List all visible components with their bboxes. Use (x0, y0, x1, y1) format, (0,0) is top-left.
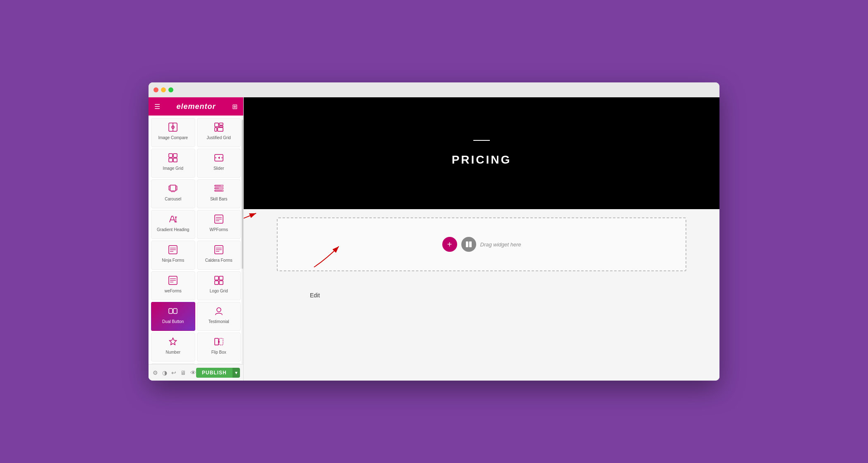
widget-item-weforms[interactable]: weForms (151, 271, 195, 300)
widget-grid: Image Compare Justified Grid (149, 116, 243, 364)
layers-icon[interactable]: ◑ (162, 369, 167, 376)
svg-rect-4 (219, 123, 223, 125)
widget-item-dual-button[interactable]: Dual Button (151, 302, 195, 331)
number-icon (168, 337, 177, 347)
widget-item-testimonial[interactable]: Testimonial (197, 302, 241, 331)
svg-rect-44 (219, 276, 223, 280)
pricing-divider (473, 140, 490, 141)
hamburger-icon[interactable]: ☰ (154, 103, 160, 111)
widget-label-ninja-forms: Ninja Forms (162, 258, 184, 263)
svg-rect-11 (173, 158, 177, 162)
drop-zone[interactable]: + Drag widget here (277, 217, 686, 271)
widget-item-flip-box[interactable]: Flip Box (197, 333, 241, 362)
image-grid-icon (168, 153, 177, 164)
drop-zone-area: + Drag widget here (244, 209, 719, 381)
testimonial-icon (214, 306, 223, 317)
svg-rect-8 (169, 154, 173, 157)
svg-rect-63 (469, 241, 472, 247)
widget-label-justified-grid: Justified Grid (207, 135, 231, 140)
widget-label-flip-box: Flip Box (211, 350, 226, 355)
svg-point-18 (171, 191, 172, 192)
svg-rect-5 (215, 128, 217, 131)
gradient-heading-icon (168, 215, 177, 225)
widget-label-weforms: weForms (165, 288, 182, 294)
ninja-forms-icon (168, 245, 177, 256)
flip-box-icon (214, 337, 223, 347)
sidebar-footer: ⚙ ◑ ↩ 🖥 👁 PUBLISH ▾ (149, 364, 243, 381)
widget-item-logo-grid[interactable]: Logo Grid (197, 271, 241, 300)
layout-button[interactable] (461, 237, 476, 252)
svg-rect-24 (215, 188, 219, 189)
widget-label-image-grid: Image Grid (163, 166, 183, 171)
widget-label-number: Number (165, 350, 180, 355)
publish-group: PUBLISH ▾ (196, 368, 240, 378)
scroll-indicator (242, 116, 243, 364)
widget-item-number[interactable]: Number (151, 333, 195, 362)
pricing-title: PRICING (452, 153, 512, 166)
carousel-icon (168, 184, 177, 194)
svg-point-20 (174, 191, 175, 192)
widget-label-caldera-forms: Caldera Forms (205, 258, 233, 263)
publish-dropdown-button[interactable]: ▾ (233, 368, 240, 378)
svg-rect-16 (169, 186, 170, 190)
grid-icon[interactable]: ⊞ (232, 103, 237, 111)
scroll-thumb (242, 120, 243, 269)
main-content: PRICING + Drag (244, 97, 719, 381)
widget-item-caldera-forms[interactable]: Caldera Forms (197, 241, 241, 270)
sidebar: ☰ elementor ⊞ Image Compare (149, 97, 244, 381)
preview-icon[interactable]: 👁 (190, 369, 196, 376)
widget-label-testimonial: Testimonial (209, 319, 229, 324)
widget-item-ninja-forms[interactable]: Ninja Forms (151, 241, 195, 270)
svg-rect-9 (173, 154, 177, 157)
close-dot[interactable] (153, 87, 158, 92)
drag-widget-label: Drag widget here (480, 241, 521, 248)
widget-item-skill-bars[interactable]: Skill Bars (197, 179, 241, 208)
svg-rect-26 (215, 190, 222, 191)
wpforms-icon (214, 215, 223, 225)
edit-label[interactable]: Edit (277, 292, 686, 299)
widget-item-gradient-heading[interactable]: Gradient Heading (151, 210, 195, 239)
widget-item-slider[interactable]: Slider (197, 149, 241, 178)
justified-grid-icon (214, 123, 223, 133)
svg-rect-10 (169, 158, 173, 162)
svg-point-19 (173, 191, 173, 192)
publish-button[interactable]: PUBLISH (196, 368, 233, 378)
settings-icon[interactable]: ⚙ (153, 369, 158, 376)
widget-label-gradient-heading: Gradient Heading (157, 227, 189, 232)
svg-rect-6 (218, 128, 223, 131)
browser-content: ☰ elementor ⊞ Image Compare (149, 97, 719, 381)
widget-label-logo-grid: Logo Grid (210, 288, 228, 294)
widget-item-image-compare[interactable]: Image Compare (151, 118, 195, 147)
annotation-arrows-2 (244, 205, 269, 238)
maximize-dot[interactable] (168, 87, 173, 92)
widget-label-slider: Slider (213, 166, 224, 171)
svg-point-13 (215, 157, 216, 158)
add-widget-button[interactable]: + (442, 237, 457, 252)
drop-zone-buttons: + Drag widget here (442, 237, 521, 252)
svg-rect-15 (170, 185, 176, 191)
svg-rect-51 (219, 338, 223, 345)
logo-grid-icon (214, 276, 223, 286)
browser-window: ☰ elementor ⊞ Image Compare (149, 82, 719, 381)
widget-item-wpforms[interactable]: WPForms (197, 210, 241, 239)
svg-point-14 (221, 157, 222, 158)
widget-label-skill-bars: Skill Bars (210, 196, 228, 202)
widget-item-justified-grid[interactable]: Justified Grid (197, 118, 241, 147)
caldera-forms-icon (214, 245, 223, 256)
slider-icon (214, 153, 223, 164)
widget-label-dual-button: Dual Button (162, 319, 184, 324)
browser-titlebar (149, 82, 719, 97)
history-icon[interactable]: ↩ (171, 369, 176, 376)
minimize-dot[interactable] (161, 87, 166, 92)
drop-zone-wrapper: + Drag widget here (277, 217, 686, 271)
widget-label-carousel: Carousel (165, 196, 181, 202)
svg-rect-3 (215, 123, 218, 127)
responsive-icon[interactable]: 🖥 (180, 369, 186, 376)
svg-rect-43 (215, 276, 218, 280)
footer-icons: ⚙ ◑ ↩ 🖥 👁 (153, 369, 196, 376)
pricing-section: PRICING (244, 97, 719, 209)
image-compare-icon (168, 123, 177, 133)
widget-item-image-grid[interactable]: Image Grid (151, 149, 195, 178)
svg-rect-46 (219, 281, 223, 285)
widget-item-carousel[interactable]: Carousel (151, 179, 195, 208)
